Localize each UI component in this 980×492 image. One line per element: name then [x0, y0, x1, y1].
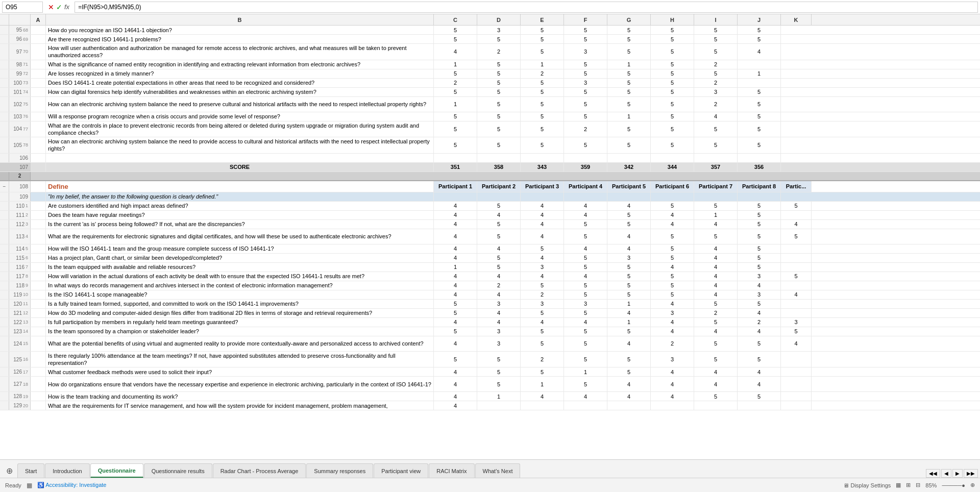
col-header-e[interactable]: E [521, 14, 564, 25]
zoom-level: 85% [925, 482, 937, 488]
accessibility-icon: ♿ [37, 482, 44, 488]
accessibility-label[interactable]: ♿ Accessibility: Investigate [37, 482, 107, 488]
col-header-f[interactable]: F [564, 14, 607, 25]
display-settings-label[interactable]: 🖥 Display Settings [843, 482, 891, 488]
table-row: 10073 Does ISO 14641-1 create potential … [0, 79, 980, 88]
formula-icons: ✕ ✓ fx [45, 3, 72, 11]
col-header-g[interactable]: G [607, 14, 651, 25]
tab-raci-matrix[interactable]: RACI Matrix [429, 463, 474, 478]
table-row: 1156 Has a project plan, Gantt chart, or… [0, 254, 980, 263]
tab-summary-responses[interactable]: Summary responses [306, 463, 373, 478]
add-sheet-button[interactable]: ⊕ [2, 464, 17, 478]
table-row: 106 [0, 154, 980, 163]
section-title[interactable]: Define [46, 181, 434, 192]
table-row: 1134 What are the requirements for elect… [0, 229, 980, 244]
formula-input[interactable]: =IF(N95>0,M95/N95,0) [75, 2, 978, 13]
tab-questionnaire[interactable]: Questionnaire [90, 463, 143, 478]
table-row: 12920 What are the requirements for IT s… [0, 401, 980, 410]
col-header-i[interactable]: I [694, 14, 738, 25]
col-header-j[interactable]: J [738, 14, 781, 25]
tab-scroll-right[interactable]: ▶ [952, 469, 963, 478]
table-row: 9669 Are there recognized ISO 14641-1 pr… [0, 35, 980, 44]
tab-start[interactable]: Start [17, 463, 44, 478]
tab-introduction[interactable]: Introduction [45, 463, 89, 478]
score-row: 107 SCORE 351 358 343 359 342 344 357 35… [0, 163, 980, 172]
tab-scroll-left2[interactable]: ◀ [941, 469, 951, 478]
table-row: 12314 Is the team sponsored by a champio… [0, 327, 980, 336]
table-row: 12213 Is full participation by members i… [0, 318, 980, 327]
table-row: 9568 How do you recognize an ISO 14641-1… [0, 26, 980, 35]
section-divider: 2 [0, 172, 980, 181]
table-row: 12516 Is there regularly 100% attendance… [0, 352, 980, 368]
table-row: 10275 How can an electronic archiving sy… [0, 97, 980, 112]
table-row: 12617 What customer feedback methods wer… [0, 367, 980, 377]
view-normal-icon[interactable]: ▦ [896, 482, 901, 488]
status-bar: Ready ▦ ♿ Accessibility: Investigate 🖥 D… [0, 478, 980, 492]
col-header-d[interactable]: D [477, 14, 521, 25]
table-row: 1189 In what ways do records management … [0, 281, 980, 290]
column-header-row: A B C D E F G H I J K [0, 14, 980, 26]
table-row: 1145 How will the ISO 14641-1 team and t… [0, 244, 980, 254]
table-row: 12112 How do 3D modeling and computer-ai… [0, 309, 980, 318]
table-row: 12718 How do organizations ensure that v… [0, 377, 980, 392]
tab-scroll-left[interactable]: ◀◀ [926, 469, 940, 478]
tab-questionnaire-results[interactable]: Questionnaire results [144, 463, 212, 478]
col-header-k[interactable]: K [781, 14, 812, 25]
cell-mode-icon: ▦ [27, 482, 32, 489]
sheet-tabs-bar: ⊕ Start Introduction Questionnaire Quest… [0, 459, 980, 478]
table-row: 109 "In my belief, the answer to the fol… [0, 192, 980, 202]
col-header-h[interactable]: H [651, 14, 694, 25]
table-row: 1178 How will variation in the actual du… [0, 272, 980, 281]
col-header-c[interactable]: C [434, 14, 477, 25]
view-layout-icon[interactable]: ⊞ [906, 482, 911, 488]
display-settings-icon: 🖥 [843, 482, 849, 488]
zoom-in-icon[interactable]: ⊕ [970, 482, 975, 488]
table-row: 9770 How will user authentication and au… [0, 44, 980, 60]
view-pagebreak-icon[interactable]: ⊟ [916, 482, 920, 488]
table-row: 9972 Are losses recognized in a timely m… [0, 69, 980, 79]
tab-radar-chart[interactable]: Radar Chart - Process Average [213, 463, 306, 478]
table-row: 10578 How can an electronic archiving sy… [0, 137, 980, 154]
function-icon[interactable]: fx [64, 3, 69, 11]
col-header-b[interactable]: B [46, 14, 434, 25]
section-header-row: − 108 Define Participant 1 Participant 2… [0, 181, 980, 192]
table-row: 12011 Is a fully trained team formed, su… [0, 300, 980, 309]
table-row: 12819 How is the team tracking and docum… [0, 392, 980, 401]
formula-bar: O95 ✕ ✓ fx =IF(N95>0,M95/N95,0) [0, 0, 980, 14]
table-row: 10376 Will a response program recognize … [0, 112, 980, 121]
table-row: 12415 What are the potential benefits of… [0, 336, 980, 352]
table-row: 1123 Is the current 'as is' process bein… [0, 220, 980, 229]
table-row: 1112 Does the team have regular meetings… [0, 211, 980, 220]
spreadsheet: A B C D E F G H I J K 9568 How do you re… [0, 14, 980, 459]
table-row: 9871 What is the significance of named e… [0, 60, 980, 69]
table-row: 11910 Is the ISO 14641-1 scope manageabl… [0, 290, 980, 300]
confirm-icon[interactable]: ✓ [56, 3, 62, 11]
table-row: 1101 Are customers identified and high i… [0, 202, 980, 211]
table-row: 10477 What are the controls in place to … [0, 121, 980, 138]
table-row: 10174 How can digital forensics help ide… [0, 88, 980, 97]
tab-scroll-right2[interactable]: ▶▶ [964, 469, 978, 478]
cell-reference-box[interactable]: O95 [2, 2, 43, 13]
group-toggle[interactable]: − [0, 181, 9, 192]
tab-scroll-nav: ◀◀ ◀ ▶ ▶▶ [926, 469, 978, 478]
zoom-slider[interactable]: ─────● [942, 482, 965, 488]
col-header-a[interactable]: A [31, 14, 46, 25]
ready-label: Ready [5, 482, 21, 488]
cancel-icon[interactable]: ✕ [48, 3, 54, 11]
tab-participant-view[interactable]: Participant view [374, 463, 428, 478]
tab-whats-next[interactable]: What's Next [475, 463, 521, 478]
table-row: 1167 Is the team equipped with available… [0, 263, 980, 272]
sheet-scroll-area[interactable]: 9568 How do you recognize an ISO 14641-1… [0, 26, 980, 459]
